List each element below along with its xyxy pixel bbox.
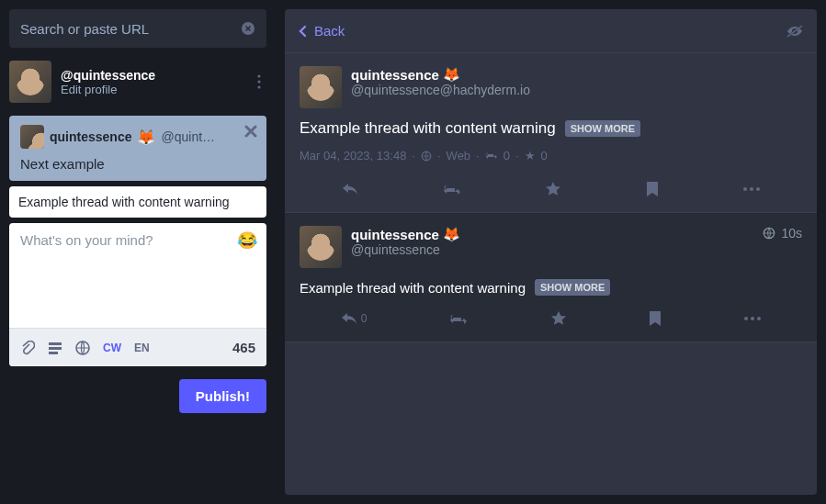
reply-context: quintessence 🦊 @quint… Next example [9,116,266,181]
star-icon: ★ [525,149,536,162]
show-more-button[interactable]: SHOW MORE [535,279,610,296]
back-button[interactable]: Back [298,23,345,39]
more-icon[interactable] [744,317,761,320]
profile-menu-icon[interactable] [252,74,266,89]
poll-icon[interactable] [48,341,62,355]
avatar [20,125,44,149]
post-source: Web [447,149,471,162]
globe-icon [421,151,432,162]
search-bar [9,9,266,48]
clear-search-icon[interactable] [241,21,255,36]
post-text: Example thread with content warning [300,119,556,138]
post-handle[interactable]: @quintessence [351,242,460,257]
svg-point-10 [750,187,753,191]
svg-rect-4 [49,342,62,345]
svg-point-13 [744,317,748,320]
compose-toolbar: CW EN 465 [9,328,266,366]
edit-profile-link[interactable]: Edit profile [61,83,252,96]
show-more-button[interactable]: SHOW MORE [565,120,640,137]
post-handle[interactable]: @quintessence@hachyderm.io [351,83,530,97]
post-detail: quintessence 🦊 @quintessence@hachyderm.i… [285,53,817,213]
globe-icon [763,227,775,240]
post-reply[interactable]: quintessence 🦊 @quintessence 10s Example… [285,213,817,342]
svg-rect-6 [49,352,58,354]
svg-point-14 [751,317,754,320]
remove-reply-icon[interactable] [244,125,257,138]
avatar[interactable] [9,61,51,103]
content-warning-field [9,186,266,218]
post-text: Example thread with content warning [300,280,526,296]
post-age[interactable]: 10s [781,226,802,241]
language-selector[interactable]: EN [134,342,150,354]
column-header: Back [285,9,817,53]
cw-input[interactable] [18,195,257,209]
chevron-left-icon [298,25,307,38]
reply-context-body: Next example [20,156,255,172]
compose-stack: quintessence 🦊 @quint… Next example 😂 [9,116,276,366]
fox-icon: 🦊 [443,226,460,242]
fox-icon: 🦊 [137,129,155,146]
post-actions: 0 [300,305,802,332]
svg-point-3 [257,85,260,88]
reply-icon[interactable]: 0 [341,312,368,325]
visibility-icon[interactable] [75,341,90,355]
favorite-icon[interactable] [545,181,561,197]
post-timestamp[interactable]: Mar 04, 2023, 13:48 [300,149,406,162]
boost-count: 0 [504,149,510,162]
svg-rect-5 [49,347,62,350]
compose-column: @quintessence Edit profile quintessence … [0,0,276,504]
svg-point-11 [756,187,760,191]
svg-point-9 [743,187,747,191]
bookmark-icon[interactable] [649,310,662,327]
char-counter: 465 [232,340,255,355]
post-display-name[interactable]: quintessence [351,67,439,83]
reply-context-handle: @quint… [161,129,215,144]
favorite-icon[interactable] [550,310,567,327]
profile-summary: @quintessence Edit profile [9,48,276,116]
search-input[interactable] [20,21,241,37]
cw-toggle[interactable]: CW [103,342,121,354]
boost-icon[interactable] [443,183,461,196]
compose-textarea[interactable] [20,232,255,315]
reply-context-name: quintessence [50,129,131,144]
avatar[interactable] [300,66,342,108]
boost-icon[interactable] [449,312,468,325]
post-actions [300,175,802,203]
profile-info: @quintessence Edit profile [61,68,252,96]
back-label: Back [314,23,345,39]
emoji-picker-icon[interactable]: 😂 [237,230,257,251]
more-icon[interactable] [743,187,760,191]
fox-icon: 🦊 [443,66,460,83]
fav-count: 0 [541,149,548,162]
hide-icon[interactable] [786,24,804,39]
boost-icon [485,151,498,161]
publish-button[interactable]: Publish! [179,379,266,413]
svg-point-1 [257,74,260,77]
profile-handle[interactable]: @quintessence [61,68,252,83]
avatar[interactable] [300,226,342,268]
thread-column: Back quintessence 🦊 @quintessence@hachyd… [285,9,817,495]
attach-icon[interactable] [20,341,35,355]
post-display-name[interactable]: quintessence [351,227,439,242]
post-meta: Mar 04, 2023, 13:48 · · Web · 0 · ★ 0 [300,149,802,162]
bookmark-icon[interactable] [646,181,659,197]
svg-point-15 [757,317,761,320]
svg-point-2 [257,80,260,83]
compose-box: 😂 CW EN 465 [9,223,266,366]
reply-count: 0 [361,312,368,325]
reply-icon[interactable] [342,183,358,196]
